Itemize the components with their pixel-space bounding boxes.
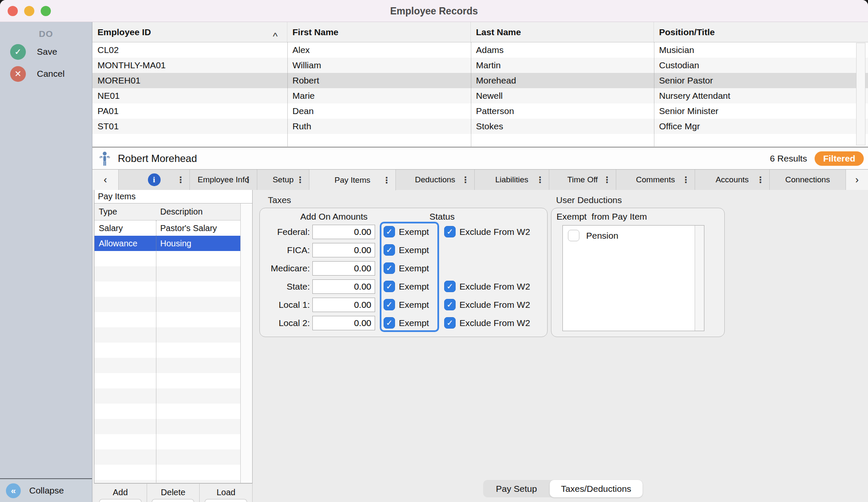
tab-menu-dots-icon[interactable]: ⋮ xyxy=(682,175,690,185)
check-icon: ✓ xyxy=(447,282,453,291)
pay-item-empty-row[interactable] xyxy=(95,480,252,482)
employee-row-selected[interactable]: MOREH01 Robert Morehead Senior Pastor xyxy=(92,73,868,88)
tab-comments[interactable]: Comments ⋮ xyxy=(616,170,695,190)
column-header-first-name[interactable]: First Name xyxy=(287,22,471,42)
tab-menu-dots-icon[interactable]: ⋮ xyxy=(296,175,304,185)
pay-item-empty-row[interactable] xyxy=(95,343,252,358)
employee-row[interactable]: ST01 Ruth Stokes Office Mgr xyxy=(92,119,868,134)
tab-menu-dots-icon[interactable]: ⋮ xyxy=(603,175,611,185)
pay-item-empty-row[interactable] xyxy=(95,388,252,404)
pay-item-empty-row[interactable] xyxy=(95,434,252,449)
add-pay-item-button[interactable]: Add xyxy=(94,484,147,502)
pay-item-empty-row[interactable] xyxy=(95,297,252,312)
pay-item-empty-row[interactable] xyxy=(95,404,252,419)
pay-item-row-selected[interactable]: Allowance Housing xyxy=(95,236,252,251)
state-exclude-w2-checkbox[interactable]: ✓ xyxy=(444,281,456,292)
employee-table-body: CL02 Alex Adams Musician MONTHLY-MA01 Wi… xyxy=(92,42,868,146)
column-header-position[interactable]: Position/Title xyxy=(654,22,854,42)
column-header-type[interactable]: Type xyxy=(95,204,156,220)
tab-accounts[interactable]: Accounts ⋮ xyxy=(695,170,770,190)
pay-item-empty-row[interactable] xyxy=(95,327,252,343)
info-icon: i xyxy=(148,173,161,186)
pay-item-row[interactable]: Salary Pastor's Salary xyxy=(95,220,252,236)
tab-taxes-deductions[interactable]: Taxes/Deductions xyxy=(550,480,643,497)
column-divider xyxy=(471,42,471,146)
status-header: Status xyxy=(387,212,497,222)
column-header-last-name[interactable]: Last Name xyxy=(471,22,654,42)
pay-item-empty-row[interactable] xyxy=(95,251,252,266)
tab-time-off[interactable]: Time Off ⋮ xyxy=(549,170,616,190)
tab-connections[interactable]: Connections xyxy=(770,170,846,190)
tab-menu-dots-icon[interactable]: ⋮ xyxy=(536,175,544,185)
employee-row[interactable]: CL02 Alex Adams Musician xyxy=(92,42,868,58)
employee-records-window: Employee Records DO ✓ Save ✕ Cancel « Co… xyxy=(0,0,868,502)
tab-menu-dots-icon[interactable]: ⋮ xyxy=(176,175,185,185)
pay-item-empty-row[interactable] xyxy=(95,419,252,434)
load-pay-item-button[interactable]: Load xyxy=(200,484,253,502)
employee-table: Employee ID ^ First Name Last Name Posit… xyxy=(92,22,868,148)
tab-info[interactable]: i ⋮ xyxy=(119,170,190,190)
tab-liabilities[interactable]: Liabilities ⋮ xyxy=(475,170,549,190)
save-label: Save xyxy=(37,47,57,57)
tab-menu-dots-icon[interactable]: ⋮ xyxy=(382,175,391,185)
local1-exempt-checkbox[interactable]: ✓ xyxy=(384,299,395,310)
medicare-exempt-checkbox[interactable]: ✓ xyxy=(384,262,395,274)
pay-items-scrollbar[interactable] xyxy=(240,204,252,483)
pay-item-empty-row[interactable] xyxy=(95,465,252,480)
local2-exempt-checkbox[interactable]: ✓ xyxy=(384,317,395,329)
tab-pay-items[interactable]: Pay Items ⋮ xyxy=(309,170,396,190)
pay-item-empty-row[interactable] xyxy=(95,266,252,282)
tab-menu-dots-icon[interactable]: ⋮ xyxy=(244,175,252,185)
pay-item-empty-row[interactable] xyxy=(95,312,252,327)
tab-deductions[interactable]: Deductions ⋮ xyxy=(396,170,475,190)
local2-addon-input[interactable] xyxy=(312,316,375,330)
pay-item-empty-row[interactable] xyxy=(95,449,252,465)
state-addon-input[interactable] xyxy=(312,279,375,294)
local1-exclude-w2-checkbox[interactable]: ✓ xyxy=(444,299,456,310)
tab-employee-info[interactable]: Employee Info ⋮ xyxy=(190,170,257,190)
save-button[interactable]: ✓ Save xyxy=(0,41,92,63)
collapse-sidebar-button[interactable]: « Collapse xyxy=(0,478,92,502)
pension-exempt-checkbox[interactable] xyxy=(568,230,579,241)
employee-row[interactable]: PA01 Dean Patterson Senior Minister xyxy=(92,103,868,119)
column-divider xyxy=(287,42,288,146)
tabs-scroll-left-button[interactable]: ‹ xyxy=(92,170,119,190)
employee-person-icon xyxy=(98,151,111,166)
cancel-button[interactable]: ✕ Cancel xyxy=(0,63,92,85)
tab-setup[interactable]: Setup ⋮ xyxy=(257,170,309,190)
check-icon: ✓ xyxy=(386,300,393,310)
federal-addon-input[interactable] xyxy=(312,225,375,239)
column-header-employee-id[interactable]: Employee ID ^ xyxy=(92,22,287,42)
tab-menu-dots-icon[interactable]: ⋮ xyxy=(756,175,765,185)
button-stub xyxy=(205,499,247,502)
tax-row-state: State: ✓ Exempt ✓ Exclude From W2 xyxy=(260,277,547,296)
fica-exempt-checkbox[interactable]: ✓ xyxy=(384,244,395,256)
deduction-item-pension[interactable]: Pension xyxy=(563,226,704,241)
column-header-description[interactable]: Description xyxy=(156,204,241,220)
tabs-scroll-right-button[interactable]: › xyxy=(846,170,868,190)
local1-addon-input[interactable] xyxy=(312,298,375,312)
user-deductions-label: User Deductions xyxy=(556,195,622,205)
deductions-list-scrollbar[interactable] xyxy=(695,226,704,331)
employee-row[interactable]: NE01 Marie Newell Nursery Attendant xyxy=(92,88,868,103)
delete-pay-item-button[interactable]: Delete xyxy=(147,484,200,502)
state-exempt-checkbox[interactable]: ✓ xyxy=(384,281,395,292)
pay-item-empty-row[interactable] xyxy=(95,282,252,297)
tax-row-federal: Federal: ✓ Exempt ✓ Exclude From W2 xyxy=(260,223,547,241)
employee-row[interactable]: MONTHLY-MA01 William Martin Custodian xyxy=(92,58,868,73)
tab-menu-dots-icon[interactable]: ⋮ xyxy=(461,175,470,185)
pay-item-empty-row[interactable] xyxy=(95,373,252,388)
addon-amounts-header: Add On Amounts xyxy=(268,212,400,222)
tab-pay-setup[interactable]: Pay Setup xyxy=(483,480,550,497)
pay-item-empty-row[interactable] xyxy=(95,358,252,373)
federal-exclude-w2-checkbox[interactable]: ✓ xyxy=(444,226,456,237)
filtered-badge[interactable]: Filtered xyxy=(815,151,864,166)
employee-table-scrollbar[interactable] xyxy=(856,43,865,145)
button-stub xyxy=(152,499,194,502)
fica-addon-input[interactable] xyxy=(312,243,375,257)
medicare-addon-input[interactable] xyxy=(312,261,375,276)
employee-table-header: Employee ID ^ First Name Last Name Posit… xyxy=(92,22,868,42)
local2-exclude-w2-checkbox[interactable]: ✓ xyxy=(444,317,456,329)
federal-exempt-checkbox[interactable]: ✓ xyxy=(384,226,395,237)
record-bar: Robert Morehead 6 Results Filtered xyxy=(92,148,868,170)
